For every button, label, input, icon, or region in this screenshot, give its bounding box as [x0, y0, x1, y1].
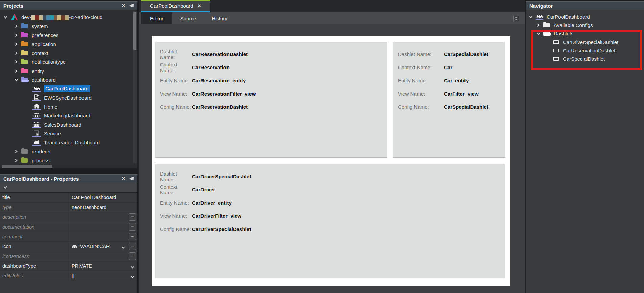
ellipsis-button[interactable]: ... — [129, 252, 136, 260]
tree-item-label: entity — [32, 68, 44, 74]
nav-item-dashlets[interactable]: Dashlets — [526, 29, 644, 38]
tree-item-label: dashboard — [32, 77, 56, 83]
nav-item-carspecialdashlet[interactable]: CarSpecialDashlet — [526, 55, 644, 63]
property-value[interactable]: VAADIN:CAR ... — [69, 242, 137, 251]
tree-item-context[interactable]: context — [0, 49, 137, 58]
dashboard-editor-content: Dashlet Name:CarReservationDashlet Conte… — [139, 24, 525, 293]
chevron-down-icon[interactable] — [121, 245, 125, 250]
tree-item-carpooldashboard[interactable]: CarPoolDashboard — [0, 84, 137, 94]
chevron-down-icon[interactable] — [130, 274, 134, 279]
maximize-window-icon[interactable] — [513, 16, 519, 21]
dock-icon[interactable] — [129, 4, 134, 8]
property-value[interactable]: PRIVATE — [69, 261, 137, 271]
tree-item-renderer[interactable]: renderer — [0, 147, 137, 156]
ellipsis-button[interactable]: ... — [129, 243, 136, 250]
selected-tree-item-label: CarPoolDashboard — [44, 85, 90, 92]
tree-item-home[interactable]: Home — [0, 102, 137, 111]
tree-item-notificationtype[interactable]: notificationtype — [0, 58, 137, 67]
property-name[interactable]: title — [0, 193, 69, 202]
tab-editor[interactable]: Editor — [141, 12, 172, 24]
tree-item-label: application — [32, 41, 56, 47]
tree-item-project-root[interactable]: dev--c2-adito-cloud — [0, 13, 137, 22]
chevron-right-icon[interactable] — [14, 33, 19, 37]
dock-icon[interactable] — [129, 177, 134, 181]
tree-item-ewssyncdashboard[interactable]: EWSSyncDashboard — [0, 94, 137, 103]
folder-icon — [21, 149, 28, 154]
field-value: CarReservation_entity — [192, 78, 246, 83]
close-icon[interactable]: × — [198, 3, 201, 9]
tree-item-process[interactable]: process — [0, 156, 137, 164]
chevron-right-icon[interactable] — [14, 42, 19, 46]
chart-table-icon — [32, 121, 41, 128]
property-value[interactable]: ... — [69, 232, 137, 241]
ellipsis-button[interactable]: ... — [129, 223, 136, 231]
chevron-right-icon[interactable] — [535, 23, 541, 27]
properties-collapse-bar[interactable] — [0, 183, 137, 192]
chevron-down-icon[interactable] — [3, 16, 8, 19]
chevron-down-icon[interactable] — [528, 16, 533, 18]
property-value[interactable]: ... — [69, 222, 137, 232]
tree-item-salesdashboard[interactable]: SalesDashboard — [0, 120, 137, 129]
nav-item-carpooldashboard[interactable]: CarPoolDashboard — [526, 12, 644, 21]
property-value[interactable]: ... — [69, 251, 137, 261]
chevron-right-icon[interactable] — [14, 24, 19, 28]
tree-item-service[interactable]: Service — [0, 129, 137, 138]
horizontal-scrollbar[interactable] — [0, 164, 137, 168]
property-name[interactable]: icon — [0, 242, 69, 251]
nav-item-cardriverspecialdashlet[interactable]: CarDriverSpecialDashlet — [526, 38, 644, 46]
chevron-down-icon[interactable] — [3, 186, 7, 189]
field-value: Car — [444, 64, 452, 70]
tree-item-application[interactable]: application — [0, 40, 137, 49]
properties-grid: title Car Pool Dashboard type neonDashbo… — [0, 193, 137, 293]
tree-item-system[interactable]: system — [0, 22, 137, 31]
property-name[interactable]: comment — [0, 232, 69, 241]
property-row: editRoles [] — [0, 271, 137, 281]
tree-item-label: context — [32, 50, 48, 56]
nav-item-available-configs[interactable]: Available Configs — [526, 21, 644, 29]
chevron-down-icon[interactable] — [130, 264, 134, 270]
document-tabstrip: CarPoolDashboard × — [139, 0, 525, 12]
chevron-right-icon[interactable] — [14, 69, 19, 73]
property-name[interactable]: iconProcess — [0, 251, 69, 261]
dashlet-card-carreservation: Dashlet Name:CarReservationDashlet Conte… — [155, 42, 387, 158]
nav-item-label: CarSpecialDashlet — [563, 56, 605, 62]
ellipsis-button[interactable]: ... — [129, 213, 136, 221]
field-value: CarDriverFilter_view — [192, 213, 241, 219]
folder-icon — [21, 33, 28, 37]
chevron-right-icon[interactable] — [14, 150, 19, 153]
tree-item-entity[interactable]: entity — [0, 66, 137, 76]
close-icon[interactable]: × — [122, 176, 125, 181]
property-name[interactable]: description — [0, 212, 69, 222]
tree-item-teamleader-dashboard[interactable]: TeamLeader_Dashboard — [0, 138, 137, 147]
property-value[interactable]: [] — [69, 271, 137, 281]
property-value[interactable]: Car Pool Dashboard — [69, 193, 137, 202]
tab-source[interactable]: Source — [172, 12, 204, 24]
property-name[interactable]: dashboardType — [0, 261, 69, 271]
folder-icon — [21, 24, 28, 28]
chevron-right-icon[interactable] — [14, 51, 19, 55]
chevron-right-icon[interactable] — [14, 60, 19, 64]
tree-item-dashboard[interactable]: dashboard — [0, 76, 137, 85]
vertical-scrollbar[interactable] — [133, 11, 137, 163]
tab-history[interactable]: History — [204, 12, 235, 24]
tab-carpooldashboard[interactable]: CarPoolDashboard × — [141, 0, 210, 12]
property-row: title Car Pool Dashboard — [0, 193, 137, 203]
property-value[interactable]: neonDashboard — [69, 203, 137, 212]
tree-item-preferences[interactable]: preferences — [0, 31, 137, 40]
ellipsis-button[interactable]: ... — [129, 233, 136, 240]
property-name[interactable]: documentation — [0, 222, 69, 232]
property-value[interactable]: ... — [69, 212, 137, 222]
chevron-down-icon[interactable] — [14, 79, 19, 81]
nav-item-carreservationdashlet[interactable]: CarReservationDashlet — [526, 46, 644, 55]
chevron-down-icon[interactable] — [535, 32, 541, 35]
property-name[interactable]: editRoles — [0, 271, 69, 281]
scrollbar-thumb[interactable] — [2, 165, 52, 168]
property-name[interactable]: type — [0, 203, 69, 212]
scrollbar-thumb[interactable] — [133, 12, 136, 50]
navigator-panel: Navigator CarPoolDashboard Available Con… — [526, 0, 644, 293]
tree-item-marketingdashboard[interactable]: Marketingdashboard — [0, 111, 137, 121]
field-value: CarSpecialDashlet — [444, 51, 488, 57]
field-label: Dashlet Name: — [398, 51, 444, 57]
close-icon[interactable]: × — [122, 3, 125, 8]
chevron-right-icon[interactable] — [14, 159, 19, 162]
